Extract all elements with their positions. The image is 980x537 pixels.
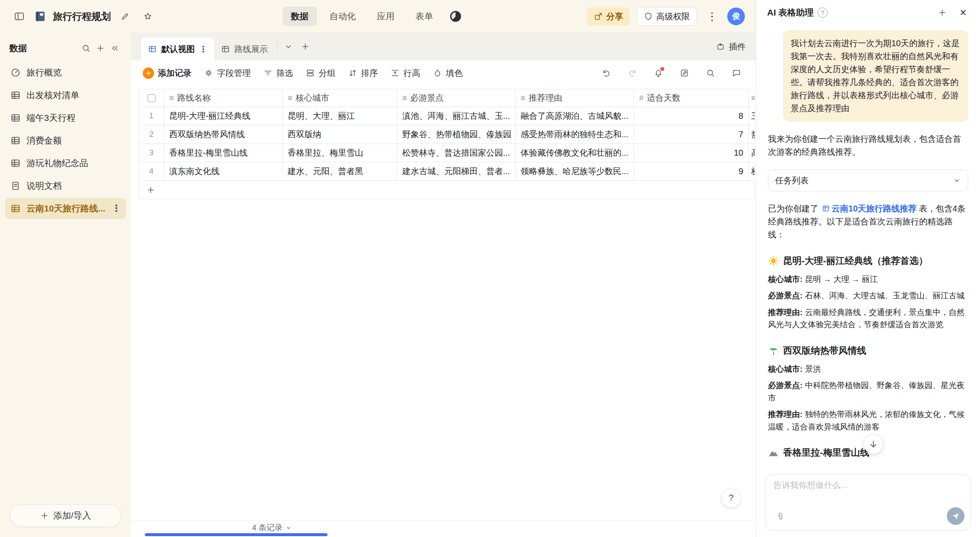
column-header-cities[interactable]: ≡核心城市	[283, 89, 397, 107]
cell-overflow[interactable]: 三	[749, 107, 755, 125]
add-record-button[interactable]: 添加记录	[143, 68, 191, 79]
item-more-icon[interactable]: ⋮	[112, 204, 121, 213]
comment-icon[interactable]	[729, 65, 744, 81]
cell-cities[interactable]: 香格里拉、梅里雪山	[283, 144, 397, 162]
cell-overflow[interactable]: 热	[749, 125, 755, 144]
grid-view-icon	[221, 44, 230, 54]
sidebar-item-yunnan-route[interactable]: 云南10天旅行路线... ⋮	[5, 198, 126, 219]
avatar[interactable]: 俊	[727, 8, 745, 25]
cell-days[interactable]: 9	[634, 162, 749, 181]
cell-days[interactable]: 10	[634, 144, 749, 162]
attachment-paperclip-icon[interactable]	[772, 508, 789, 525]
sidebar-item-souvenirs[interactable]: 游玩礼物纪念品	[5, 153, 126, 174]
cell-spots[interactable]: 滇池、洱海、丽江古城、玉...	[397, 107, 516, 125]
sort-button[interactable]: 排序	[348, 68, 378, 79]
cell-reason[interactable]: 感受热带雨林的独特生态和...	[516, 125, 634, 144]
column-header-spots[interactable]: ≡必游景点	[397, 89, 516, 107]
usage-indicator-icon[interactable]	[450, 11, 461, 22]
favorite-star-icon[interactable]	[139, 8, 156, 25]
add-view-icon[interactable]	[297, 38, 314, 55]
fill-color-button[interactable]: 填色	[433, 68, 463, 79]
cell-spots[interactable]: 野象谷、热带植物园、傣族园	[397, 125, 516, 144]
cell-days[interactable]: 8	[634, 107, 749, 125]
notification-bell-icon[interactable]	[651, 65, 666, 81]
sidebar-item-checklist[interactable]: 出发核对清单	[5, 85, 126, 106]
ai-created-message: 已为你创建了 云南10天旅行路线推荐 表，包含4条经典路线推荐。以下是适合首次云…	[768, 202, 968, 241]
tab-forms[interactable]: 表单	[407, 7, 442, 26]
cell-reason[interactable]: 融合了高原湖泊、古城风貌...	[516, 107, 634, 125]
search-table-icon[interactable]	[703, 65, 718, 81]
cell-overflow[interactable]: 高	[749, 144, 755, 162]
filter-button[interactable]: 筛选	[263, 68, 293, 79]
column-header-reason[interactable]: ≡推荐理由	[516, 89, 634, 107]
sidebar-item-spending[interactable]: 消费金额	[5, 130, 126, 151]
ai-prompt-input[interactable]	[773, 480, 963, 490]
sidebar-item-overview[interactable]: 旅行概览	[5, 62, 126, 83]
select-all-checkbox[interactable]	[147, 94, 156, 102]
scroll-to-bottom-button[interactable]	[864, 435, 883, 454]
sidebar-item-3day-trip[interactable]: 端午3天行程	[5, 107, 126, 128]
view-tab-route-display[interactable]: 路线展示	[214, 38, 275, 60]
row-number[interactable]: 1	[139, 107, 164, 125]
add-table-icon[interactable]	[93, 41, 107, 55]
plugin-button[interactable]: 插件	[716, 41, 746, 52]
plus-icon	[143, 68, 154, 79]
new-chat-icon[interactable]	[934, 4, 951, 21]
sort-icon	[348, 68, 357, 78]
help-button[interactable]: ?	[721, 488, 741, 508]
rename-pencil-icon[interactable]	[117, 8, 134, 25]
row-number[interactable]: 3	[139, 144, 164, 162]
cell-cities[interactable]: 昆明、大理、丽江	[283, 107, 397, 125]
add-import-button[interactable]: 添加/导入	[10, 504, 121, 527]
column-header-days[interactable]: #适合天数	[634, 89, 749, 107]
tab-automation[interactable]: 自动化	[321, 7, 364, 26]
tab-apps[interactable]: 应用	[369, 7, 403, 26]
cell-spots[interactable]: 建水古城、元阳梯田、普者...	[397, 162, 516, 181]
add-row-button[interactable]	[139, 181, 755, 199]
route-field: 核心城市:昆明 → 大理 → 丽江	[768, 273, 968, 285]
ai-help-icon[interactable]: ?	[818, 8, 828, 18]
cell-cities[interactable]: 西双版纳	[283, 125, 397, 144]
task-list-collapsed[interactable]: 任务列表	[768, 169, 968, 191]
edit-record-icon[interactable]	[677, 65, 692, 81]
view-tab-default[interactable]: 默认视图 ⋮	[141, 38, 214, 60]
share-button[interactable]: 分享	[587, 7, 630, 26]
cell-spots[interactable]: 松赞林寺、普达措国家公园...	[397, 144, 516, 162]
column-header-overflow[interactable]: ≡	[749, 89, 755, 107]
cell-days[interactable]: 7	[634, 125, 749, 144]
horizontal-scrollbar[interactable]	[145, 533, 328, 536]
cell-route-name[interactable]: 西双版纳热带风情线	[164, 125, 283, 144]
field-manage-button[interactable]: 字段管理	[204, 68, 251, 79]
cell-route-name[interactable]: 滇东南文化线	[164, 162, 283, 181]
route-field: 推荐理由:独特的热带雨林风光，浓郁的傣族文化，气候温暖，适合喜欢异域风情的游客	[768, 408, 968, 433]
cell-route-name[interactable]: 香格里拉-梅里雪山线	[164, 144, 283, 162]
view-more-icon[interactable]: ⋮	[199, 45, 207, 53]
more-menu-icon[interactable]: ⋮	[704, 8, 721, 25]
sidebar-item-docs[interactable]: 说明文档	[5, 175, 126, 196]
row-number[interactable]: 2	[139, 125, 164, 144]
notebook-icon	[34, 10, 46, 23]
undo-icon[interactable]	[599, 65, 614, 81]
send-button[interactable]	[947, 507, 964, 525]
row-number[interactable]: 4	[139, 162, 164, 181]
cell-reason[interactable]: 体验藏传佛教文化和壮丽的...	[516, 144, 634, 162]
cell-cities[interactable]: 建水、元阳、普者黑	[283, 162, 397, 181]
column-header-route-name[interactable]: ≡路线名称	[164, 89, 283, 107]
collapse-sidebar-icon[interactable]	[107, 41, 122, 55]
created-table-link[interactable]: 云南10天旅行路线推荐	[832, 204, 917, 213]
cell-reason[interactable]: 领略彝族、哈尼族等少数民...	[516, 162, 634, 181]
redo-icon[interactable]	[625, 65, 640, 81]
cell-route-name[interactable]: 昆明-大理-丽江经典线	[164, 107, 283, 125]
advanced-permission-button[interactable]: 高级权限	[637, 7, 697, 26]
group-button[interactable]: 分组	[306, 68, 335, 79]
divider	[277, 41, 278, 52]
tab-data[interactable]: 数据	[283, 7, 317, 26]
close-panel-icon[interactable]: ×	[955, 4, 972, 21]
cell-overflow[interactable]: 梯	[749, 162, 755, 181]
view-list-chevron-icon[interactable]	[280, 38, 297, 55]
search-icon[interactable]	[79, 41, 93, 55]
record-count[interactable]: 4 条记录	[252, 522, 292, 533]
main-area: 默认视图 ⋮ 路线展示 插	[131, 33, 756, 537]
sidebar-toggle-icon[interactable]	[11, 8, 28, 25]
row-height-button[interactable]: 行高	[390, 68, 420, 79]
